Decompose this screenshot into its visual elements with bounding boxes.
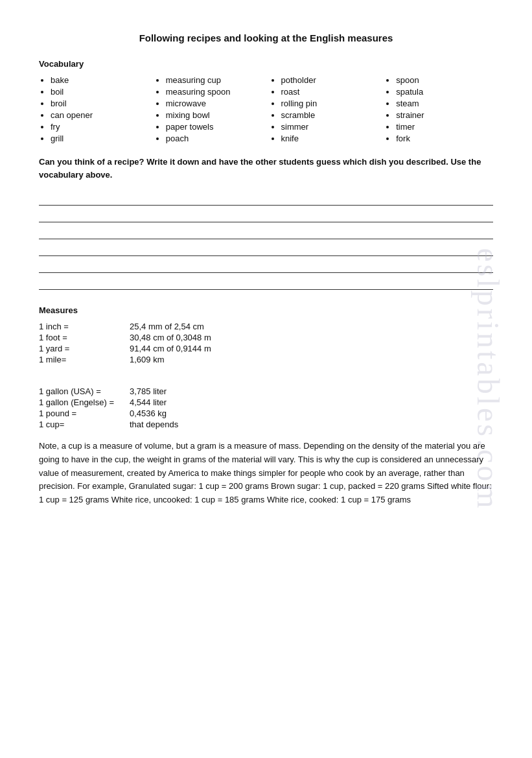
measure-row: 1 foot =30,48 cm of 0,3048 m xyxy=(39,333,493,342)
vocab-item: mixing bowl xyxy=(166,110,263,120)
measure-label: 1 pound = xyxy=(39,409,130,418)
vocab-item: boil xyxy=(51,87,148,97)
vocab-item: fork xyxy=(396,134,493,143)
vocab-item: spoon xyxy=(396,75,493,85)
measure-value: 3,785 liter xyxy=(130,386,167,396)
vocab-item: broil xyxy=(51,99,148,108)
measures-heading: Measures xyxy=(39,305,493,315)
measure-row: 1 mile=1,609 km xyxy=(39,355,493,364)
vocab-item: microwave xyxy=(166,99,263,108)
vocab-item: fry xyxy=(51,122,148,132)
measure-row: 1 pound =0,4536 kg xyxy=(39,409,493,418)
measure-value: 30,48 cm of 0,3048 m xyxy=(130,333,211,342)
vocab-item: potholder xyxy=(281,75,378,85)
measure-value: 1,609 km xyxy=(130,355,164,364)
vocab-item: strainer xyxy=(396,110,493,120)
measure-value: 25,4 mm of 2,54 cm xyxy=(130,322,204,331)
vocab-col-2: measuring cupmeasuring spoonmicrowavemix… xyxy=(154,75,263,145)
measure-label: 1 foot = xyxy=(39,333,130,342)
writing-line xyxy=(39,274,493,290)
measure-value: 91,44 cm of 0,9144 m xyxy=(130,344,211,353)
vocab-col-4: spoonspatulasteamstrainertimerfork xyxy=(384,75,493,145)
measure-row: 1 cup=that depends xyxy=(39,420,493,429)
vocab-item: timer xyxy=(396,122,493,132)
writing-line xyxy=(39,257,493,273)
measure-label: 1 cup= xyxy=(39,420,130,429)
vocab-item: spatula xyxy=(396,87,493,97)
vocab-item: paper towels xyxy=(166,122,263,132)
measure-row: 1 gallon (Engelse) =4,544 liter xyxy=(39,397,493,407)
vocabulary-heading: Vocabulary xyxy=(39,59,493,69)
vocab-item: can opener xyxy=(51,110,148,120)
vocab-item: bake xyxy=(51,75,148,85)
measure-row: 1 inch =25,4 mm of 2,54 cm xyxy=(39,322,493,331)
vocab-item: scramble xyxy=(281,110,378,120)
writing-line xyxy=(39,207,493,222)
page-title: Following recipes and looking at the Eng… xyxy=(39,32,493,43)
measure-label: 1 inch = xyxy=(39,322,130,331)
vocab-item: steam xyxy=(396,99,493,108)
measure-value: that depends xyxy=(130,420,178,429)
writing-line xyxy=(39,190,493,206)
measure-label: 1 mile= xyxy=(39,355,130,364)
vocab-item: simmer xyxy=(281,122,378,132)
vocab-item: poach xyxy=(166,134,263,143)
writing-line xyxy=(39,241,493,256)
measure-label: 1 yard = xyxy=(39,344,130,353)
vocab-item: roast xyxy=(281,87,378,97)
vocab-item: rolling pin xyxy=(281,99,378,108)
measures-note: Note, a cup is a measure of volume, but … xyxy=(39,440,493,507)
vocab-col-3: potholderroastrolling pinscramblesimmerk… xyxy=(270,75,378,145)
measure-label: 1 gallon (USA) = xyxy=(39,386,130,396)
vocab-item: grill xyxy=(51,134,148,143)
measure-row: 1 gallon (USA) =3,785 liter xyxy=(39,386,493,396)
vocab-item: measuring cup xyxy=(166,75,263,85)
measure-value: 0,4536 kg xyxy=(130,409,167,418)
measures-group2: 1 gallon (USA) =3,785 liter1 gallon (Eng… xyxy=(39,386,493,429)
vocab-col-1: bakeboilbroilcan openerfrygrill xyxy=(39,75,148,145)
instruction-text: Can you think of a recipe? Write it down… xyxy=(39,156,493,181)
measures-group1: 1 inch =25,4 mm of 2,54 cm1 foot =30,48 … xyxy=(39,322,493,364)
vocab-item: knife xyxy=(281,134,378,143)
measure-row: 1 yard =91,44 cm of 0,9144 m xyxy=(39,344,493,353)
vocabulary-grid: bakeboilbroilcan openerfrygrill measurin… xyxy=(39,75,493,145)
writing-line xyxy=(39,224,493,239)
measure-value: 4,544 liter xyxy=(130,397,167,407)
measure-label: 1 gallon (Engelse) = xyxy=(39,397,130,407)
vocab-item: measuring spoon xyxy=(166,87,263,97)
writing-lines xyxy=(39,190,493,290)
